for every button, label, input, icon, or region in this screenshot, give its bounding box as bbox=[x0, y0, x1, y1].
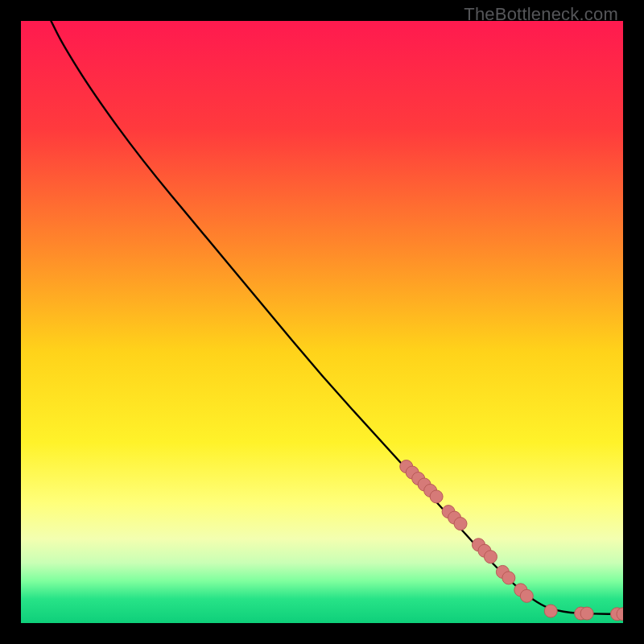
data-markers bbox=[400, 460, 623, 621]
chart-frame bbox=[21, 21, 623, 623]
chart-svg bbox=[21, 21, 623, 623]
data-marker bbox=[520, 589, 533, 602]
bottleneck-curve bbox=[51, 21, 623, 614]
data-marker bbox=[544, 605, 557, 617]
data-marker bbox=[484, 551, 497, 564]
data-marker bbox=[430, 490, 443, 503]
data-marker bbox=[502, 572, 515, 584]
data-marker bbox=[580, 607, 593, 620]
plot-area bbox=[21, 21, 623, 623]
watermark-text: TheBottleneck.com bbox=[464, 4, 618, 25]
data-marker bbox=[454, 518, 467, 530]
